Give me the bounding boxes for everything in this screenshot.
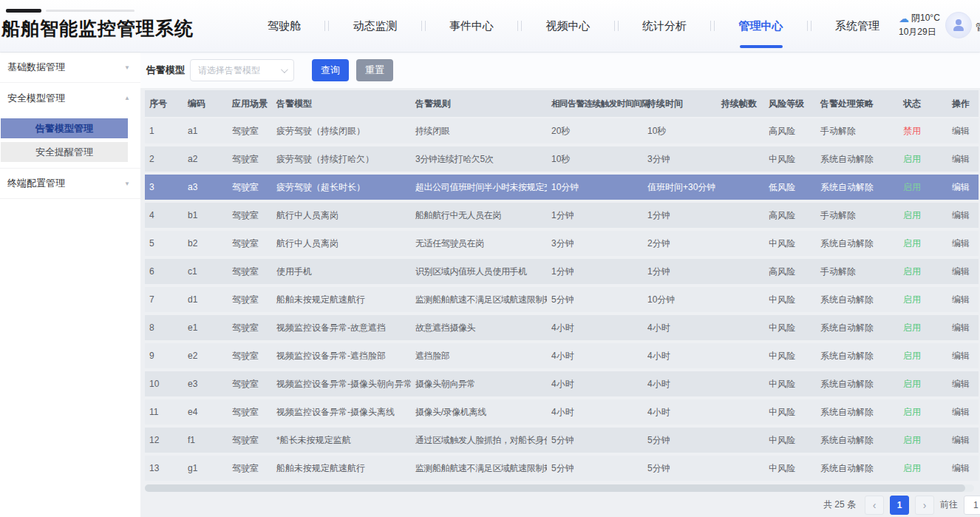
edit-link[interactable]: 编辑 xyxy=(947,209,977,222)
cell-duration: 1分钟 xyxy=(643,266,717,278)
cell-risk: 中风险 xyxy=(764,294,816,306)
sidebar-group-3[interactable]: 终端配置管理▼ xyxy=(0,169,140,199)
cell-strategy: 手动解除 xyxy=(816,266,899,278)
next-page-button[interactable]: › xyxy=(915,496,934,515)
cell-strategy: 系统自动解除 xyxy=(816,294,899,306)
sidebar-item-2-2[interactable]: 安全提醒管理 xyxy=(1,142,128,162)
cell-code: e2 xyxy=(183,351,228,361)
nav-item-6[interactable]: 管理中心 xyxy=(738,15,785,38)
table-row[interactable]: 2a2驾驶室疲劳驾驶（持续打哈欠）3分钟连续打哈欠5次10秒3分钟中风险系统自动… xyxy=(145,146,979,172)
nav-item-5[interactable]: 统计分析 xyxy=(641,15,688,38)
alarm-model-select[interactable]: 请选择告警模型 xyxy=(190,59,294,81)
cell-status: 启用 xyxy=(899,237,947,250)
cell-rule: 识别区域内值班人员使用手机 xyxy=(411,266,547,278)
sidebar-item-2-1[interactable]: 告警模型管理 xyxy=(1,118,128,138)
cell-seq: 2 xyxy=(145,154,183,164)
cell-status: 启用 xyxy=(899,322,947,334)
cell-scene: 驾驶室 xyxy=(228,181,272,194)
cell-scene: 驾驶室 xyxy=(228,406,272,419)
table-row[interactable]: 10e3驾驶室视频监控设备异常-摄像头朝向异常摄像头朝向异常4小时4小时中风险系… xyxy=(145,371,979,396)
cell-interval: 4小时 xyxy=(547,406,643,419)
query-button[interactable]: 查询 xyxy=(312,59,349,81)
sidebar-group-label: 安全模型管理 xyxy=(7,92,65,105)
table-row[interactable]: 11e4驾驶室视频监控设备异常-摄像头离线摄像头/录像机离线4小时4小时中风险系… xyxy=(145,399,979,425)
nav-item-1[interactable]: 驾驶舱 xyxy=(266,15,302,38)
column-header: 告警模型 xyxy=(272,98,411,110)
active-tab-underline xyxy=(740,45,783,48)
cell-code: a2 xyxy=(183,154,228,164)
cell-risk: 中风险 xyxy=(764,378,816,391)
cell-rule: 船舶航行中无人员在岗 xyxy=(411,209,547,222)
reset-button[interactable]: 重置 xyxy=(356,59,393,81)
cell-scene: 驾驶室 xyxy=(228,462,272,475)
cell-duration: 5分钟 xyxy=(643,434,717,447)
cell-strategy: 系统自动解除 xyxy=(816,237,899,250)
table-row[interactable]: 12f1驾驶室*船长未按规定监航通过区域触发人脸抓拍，对船长身份...5分钟5分… xyxy=(145,428,979,453)
cell-strategy: 手动解除 xyxy=(816,125,899,138)
column-header: 相同告警连续触发时间间隔 xyxy=(547,98,643,109)
edit-link[interactable]: 编辑 xyxy=(947,350,977,362)
edit-link[interactable]: 编辑 xyxy=(947,322,977,334)
column-header: 持续时间 xyxy=(643,98,717,110)
edit-link[interactable]: 编辑 xyxy=(947,406,977,419)
table-row[interactable]: 9e2驾驶室视频监控设备异常-遮挡脸部遮挡脸部4小时4小时中风险系统自动解除启用… xyxy=(145,343,979,368)
cell-rule: 监测船舶航速不满足区域航速限制规定 xyxy=(411,462,547,475)
table-row[interactable]: 1a1驾驶室疲劳驾驶（持续闭眼）持续闭眼20秒10秒高风险手动解除禁用编辑 xyxy=(145,118,979,143)
cell-duration: 值班时间+30分钟 xyxy=(643,181,717,194)
edit-link[interactable]: 编辑 xyxy=(947,434,977,447)
page-number-button[interactable]: 1 xyxy=(890,496,909,515)
cell-rule: 无适任驾驶员在岗 xyxy=(411,237,547,250)
weather-date: 10月29日 xyxy=(899,25,940,39)
cell-seq: 8 xyxy=(145,322,183,333)
cell-rule: 摄像头朝向异常 xyxy=(411,378,547,391)
cell-seq: 6 xyxy=(145,266,183,277)
cell-duration: 1分钟 xyxy=(643,209,717,222)
cell-seq: 10 xyxy=(145,379,183,389)
nav-item-4[interactable]: 视频中心 xyxy=(545,15,592,38)
table-header: 序号编码应用场景告警模型告警规则相同告警连续触发时间间隔持续时间持续帧数风险等级… xyxy=(145,90,979,117)
cell-scene: 驾驶室 xyxy=(228,378,272,391)
cell-risk: 中风险 xyxy=(764,153,816,166)
table-row[interactable]: 5b2驾驶室航行中人员离岗无适任驾驶员在岗3分钟2分钟中风险系统自动解除启用编辑 xyxy=(145,231,979,256)
top-nav: 驾驶舱动态监测事件中心视频中心统计分析管理中心系统管理 xyxy=(266,0,881,52)
cell-model: 航行中人员离岗 xyxy=(272,237,411,250)
filter-bar: 告警模型 请选择告警模型 查询 重置 xyxy=(140,53,980,88)
table-row[interactable]: 7d1驾驶室船舶未按规定航速航行监测船舶航速不满足区域航速限制规定5分钟10分钟… xyxy=(145,287,979,312)
cell-model: 航行中人员离岗 xyxy=(272,209,411,222)
cell-status: 启用 xyxy=(899,406,947,419)
edit-link[interactable]: 编辑 xyxy=(947,294,977,306)
user-avatar[interactable] xyxy=(945,12,972,38)
cell-rule: 遮挡脸部 xyxy=(411,350,547,362)
nav-item-7[interactable]: 系统管理 xyxy=(834,15,881,38)
edit-link[interactable]: 编辑 xyxy=(947,462,977,475)
cell-risk: 中风险 xyxy=(764,237,816,250)
goto-page-input[interactable] xyxy=(964,496,980,515)
nav-separator xyxy=(614,21,619,31)
sidebar-group-1[interactable]: 基础数据管理▼ xyxy=(0,53,140,83)
table-row[interactable]: 8e1驾驶室视频监控设备异常-故意遮挡故意遮挡摄像头4小时4小时中风险系统自动解… xyxy=(145,315,979,340)
edit-link[interactable]: 编辑 xyxy=(947,153,977,166)
table-body: 1a1驾驶室疲劳驾驶（持续闭眼）持续闭眼20秒10秒高风险手动解除禁用编辑2a2… xyxy=(145,118,979,484)
cell-status: 启用 xyxy=(899,209,947,222)
edit-link[interactable]: 编辑 xyxy=(947,237,977,250)
cell-interval: 5分钟 xyxy=(547,462,643,475)
table-row[interactable]: 13g1驾驶室船舶未按规定航速航行监测船舶航速不满足区域航速限制规定5分钟5分钟… xyxy=(145,456,979,481)
sidebar-group-label: 终端配置管理 xyxy=(7,177,65,190)
edit-link[interactable]: 编辑 xyxy=(947,266,977,278)
table-row[interactable]: 3a3驾驶室疲劳驾驶（超长时长）超出公司值班时间半小时未按规定交接10分钟值班时… xyxy=(145,175,979,200)
edit-link[interactable]: 编辑 xyxy=(947,125,977,138)
edit-link[interactable]: 编辑 xyxy=(947,378,977,391)
table-row[interactable]: 4b1驾驶室航行中人员离岗船舶航行中无人员在岗1分钟1分钟高风险手动解除启用编辑 xyxy=(145,203,979,228)
prev-page-button[interactable]: ‹ xyxy=(865,496,884,515)
cell-code: a3 xyxy=(183,182,228,192)
pagination-bar: 共 25 条 ‹ 1 › 前往 xyxy=(140,493,980,517)
column-header: 操作 xyxy=(947,98,977,110)
cell-code: f1 xyxy=(183,435,228,445)
nav-item-3[interactable]: 事件中心 xyxy=(448,15,495,38)
table-row[interactable]: 6c1驾驶室使用手机识别区域内值班人员使用手机1分钟1分钟高风险手动解除启用编辑 xyxy=(145,259,979,284)
horizontal-scrollbar-thumb[interactable] xyxy=(145,484,965,492)
edit-link[interactable]: 编辑 xyxy=(947,181,977,194)
cell-scene: 驾驶室 xyxy=(228,209,272,222)
nav-item-2[interactable]: 动态监测 xyxy=(352,15,399,38)
sidebar-group-2[interactable]: 安全模型管理▲ xyxy=(0,83,140,113)
